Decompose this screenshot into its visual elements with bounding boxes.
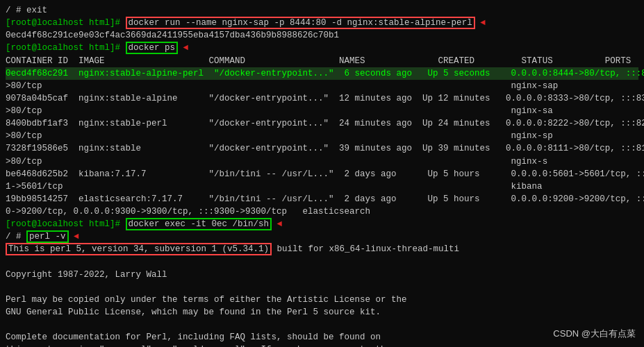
table-row-5: be6468d625b2 kibana:7.17.7 "/bin/tini --… <box>6 168 638 180</box>
table-row-2b: >80/tcp nginx-sa <box>6 105 638 117</box>
table-row-2: 9078a04b5caf nginx:stable-alpine "/docke… <box>6 92 638 105</box>
watermark: CSDN @大白有点菜 <box>553 328 636 340</box>
table-row-3b: >80/tcp nginx-sp <box>6 130 638 142</box>
table-row-5b: 1->5601/tcp kibana <box>6 180 638 193</box>
line-perl-doc-1: Complete documentation for Perl, includi… <box>6 331 638 344</box>
line-perl-copy-2: GNU General Public License, which may be… <box>6 306 638 319</box>
line-perl-v: / # perl -v ◄ <box>6 230 638 243</box>
table-row-4: 7328f19586e5 nginx:stable "/docker-entry… <box>6 142 638 155</box>
line-copyright: Copyright 1987-2022, Larry Wall <box>6 269 638 281</box>
line-perl-doc-2: this system using "man perl" or "perldoc… <box>6 344 638 347</box>
prompt-1: [root@localhost html]# <box>6 18 120 28</box>
table-row-1b: >80/tcp nginx-sap <box>6 80 638 92</box>
docker-exec-cmd: docker exec -it 0ec /bin/sh <box>126 218 272 230</box>
table-row-6b: 0->9200/tcp, 0.0.0.0:9300->9300/tcp, :::… <box>6 205 638 218</box>
docker-run-cmd: docker run --name nginx-sap -p 8444:80 -… <box>126 17 475 29</box>
arrow-2: ◄ <box>183 43 189 53</box>
line-docker-run: [root@localhost html]# docker run --name… <box>6 17 638 29</box>
line-blank-1 <box>6 256 638 269</box>
prompt-3: [root@localhost html]# <box>6 219 120 229</box>
line-perl-copy-1: Perl may be copied only under the terms … <box>6 294 638 306</box>
table-row-1: 0ecd4f68c291 nginx:stable-alpine-perl "/… <box>6 67 638 80</box>
line-blank-3 <box>6 319 638 331</box>
arrow-4: ◄ <box>74 232 79 242</box>
line-blank-2 <box>6 281 638 294</box>
docker-ps-cmd: docker ps <box>126 42 179 54</box>
line-docker-ps: [root@localhost html]# docker ps ◄ <box>6 42 638 54</box>
line-perl-version: This is perl 5, version 34, subversion 1… <box>6 243 638 255</box>
table-header: CONTAINER ID IMAGE COMMAND NAMES CREATED… <box>6 55 638 67</box>
terminal: / # exit [root@localhost html]# docker r… <box>0 0 644 347</box>
perl-version-text: This is perl 5, version 34, subversion 1… <box>6 243 272 255</box>
arrow-1: ◄ <box>480 18 486 28</box>
perl-v-cmd: perl -v <box>26 230 69 243</box>
arrow-3: ◄ <box>277 219 283 229</box>
line-container-hash: 0ecd4f68c291ce9e03cf4ac3669da2411955eba4… <box>6 29 638 42</box>
prompt-2: [root@localhost html]# <box>6 43 120 53</box>
line-exit-initial: / # exit <box>6 4 638 17</box>
line-docker-exec: [root@localhost html]# docker exec -it 0… <box>6 218 638 230</box>
table-row-3: 8400bdbf1af3 nginx:stable-perl "/docker-… <box>6 117 638 130</box>
table-row-6: 19bb98514257 elasticsearch:7.17.7 "/bin/… <box>6 193 638 205</box>
table-row-4b: >80/tcp nginx-s <box>6 155 638 168</box>
